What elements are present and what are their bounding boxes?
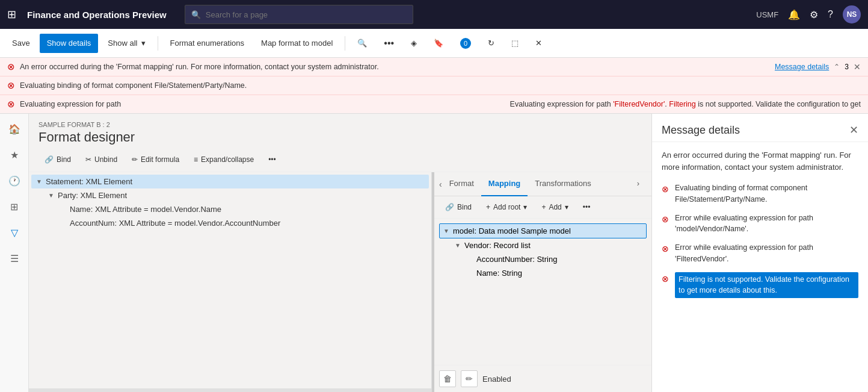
- error-close-button[interactable]: ✕: [854, 62, 861, 72]
- settings-icon[interactable]: ⚙: [810, 9, 818, 20]
- format-enumerations-button[interactable]: Format enumerations: [163, 34, 252, 53]
- show-all-button[interactable]: Show all ▾: [100, 34, 152, 53]
- msg-icon-1: ⊗: [662, 183, 669, 205]
- error-row-1: ⊗ An error occurred during the 'Format m…: [0, 58, 868, 76]
- bookmark-icon-button[interactable]: 🔖: [426, 34, 451, 53]
- message-details-link[interactable]: Message details: [775, 63, 829, 71]
- tree-node-name[interactable]: Name: XML Attribute = model.Vendor.Name: [55, 202, 429, 216]
- msg-item-1: ⊗ Evaluating binding of format component…: [662, 182, 858, 205]
- search-input[interactable]: [206, 10, 407, 19]
- content-row: 🏠 ★ 🕐 ⊞ ▽ ☰ SAMPLE FORMAT B : 2 Format d…: [0, 114, 868, 392]
- label-name: Name: XML Attribute = model.Vendor.Name: [70, 205, 221, 214]
- error-text-3: Evaluating expression for path: [20, 100, 481, 108]
- error-banner: ⊗ An error occurred during the 'Format m…: [0, 58, 868, 114]
- format-designer-layout: ▼ Statement: XML Element ▼ Party: XML El…: [29, 172, 651, 392]
- toggle-party: ▼: [48, 192, 58, 199]
- show-details-button[interactable]: Show details: [40, 34, 99, 53]
- msg-panel-body: An error occurred during the 'Format map…: [652, 142, 868, 392]
- status-label: Enabled: [482, 375, 511, 384]
- recent-icon[interactable]: 🕐: [4, 170, 25, 191]
- search-box[interactable]: 🔍: [185, 5, 413, 24]
- designer-toolbar: 🔗 Bind ✂ Unbind ✏ Edit formula ≡ Expand/…: [29, 148, 651, 172]
- format-tree-pane: ▼ Statement: XML Element ▼ Party: XML El…: [29, 172, 432, 392]
- filter-icon[interactable]: ▽: [6, 222, 23, 243]
- diamond-icon-button[interactable]: ◈: [404, 34, 424, 53]
- msg-panel-close-button[interactable]: ✕: [849, 123, 858, 137]
- expand-icon: ≡: [194, 155, 198, 164]
- tab-transformations[interactable]: Transformations: [528, 172, 598, 196]
- edit-formula-button[interactable]: ✏ Edit formula: [126, 151, 185, 168]
- msg-summary: An error occurred during the 'Format map…: [662, 149, 858, 173]
- tab-next-icon[interactable]: ›: [630, 172, 647, 196]
- right-pane-tabs: ‹ Format Mapping Transformations ›: [434, 172, 651, 196]
- edit-button[interactable]: ✏: [461, 370, 478, 387]
- msg-item-2: ⊗ Error while evaluating expression for …: [662, 213, 858, 235]
- save-button[interactable]: Save: [5, 34, 37, 53]
- tree-node-party[interactable]: ▼ Party: XML Element: [43, 188, 429, 202]
- toggle-model-root: ▼: [443, 228, 453, 234]
- close-toolbar-button[interactable]: ✕: [528, 34, 549, 53]
- designer-more-button[interactable]: •••: [262, 151, 282, 168]
- badge-button[interactable]: 0: [453, 34, 478, 53]
- more-options-button[interactable]: •••: [377, 34, 401, 53]
- label-accountnum: AccountNum: XML Attribute = model.Vendor…: [70, 219, 280, 228]
- msg-icon-3: ⊗: [662, 243, 669, 265]
- plus-icon-root: +: [486, 203, 490, 211]
- error-text-2: Evaluating binding of format component F…: [20, 81, 861, 90]
- model-node-accountnumber[interactable]: AccountNumber: String: [463, 252, 647, 266]
- mapping-toolbar: 🔗 Bind + Add root ▾ + Add ▾: [434, 196, 651, 219]
- msg-icon-4: ⊗: [662, 273, 669, 299]
- mapping-bind-button[interactable]: 🔗 Bind: [439, 199, 478, 216]
- map-format-to-model-button[interactable]: Map format to model: [254, 34, 340, 53]
- add-chevron: ▾: [565, 203, 568, 211]
- label-statement: Statement: XML Element: [46, 177, 132, 186]
- help-icon[interactable]: ?: [828, 9, 833, 20]
- add-button[interactable]: + Add ▾: [535, 199, 574, 216]
- tab-format[interactable]: Format: [442, 172, 481, 196]
- label-vendor: Vendor: Record list: [464, 241, 531, 250]
- msg-text-1: Evaluating binding of format component F…: [675, 182, 858, 205]
- designer-title: Format designer: [38, 129, 642, 145]
- msg-icon-2: ⊗: [662, 213, 669, 235]
- nav-right: USMF 🔔 ⚙ ? NS: [756, 5, 861, 23]
- bind-button[interactable]: 🔗 Bind: [38, 151, 77, 168]
- tree-node-accountnum[interactable]: AccountNum: XML Attribute = model.Vendor…: [55, 216, 429, 230]
- expand-collapse-button[interactable]: ≡ Expand/collapse: [188, 151, 260, 168]
- error-controls-1: Message details ⌃ 3 ✕: [775, 62, 861, 72]
- tab-mapping[interactable]: Mapping: [481, 172, 528, 196]
- grid-icon[interactable]: ⊞: [7, 8, 16, 21]
- open-button[interactable]: ⬚: [504, 34, 526, 53]
- workspaces-icon[interactable]: ⊞: [5, 196, 23, 217]
- mapping-pane: ‹ Format Mapping Transformations › 🔗 Bin…: [434, 172, 651, 392]
- home-icon[interactable]: 🏠: [4, 119, 25, 140]
- delete-button[interactable]: 🗑: [439, 370, 456, 387]
- user-avatar[interactable]: NS: [843, 5, 861, 23]
- unbind-button[interactable]: ✂ Unbind: [79, 151, 123, 168]
- refresh-button[interactable]: ↻: [481, 34, 502, 53]
- message-details-panel: Message details ✕ An error occurred duri…: [651, 114, 868, 392]
- toolbar-separator-1: [158, 36, 158, 51]
- search-toolbar-button[interactable]: 🔍: [350, 34, 374, 53]
- model-node-name-string[interactable]: Name: String: [463, 266, 647, 280]
- model-node-root[interactable]: ▼ model: Data model Sample model: [439, 223, 647, 238]
- msg-panel-title: Message details: [662, 124, 740, 137]
- error-extra-text: Evaluating expression for path 'Filtered…: [510, 100, 861, 108]
- favorites-icon[interactable]: ★: [5, 145, 23, 166]
- tree-node-statement[interactable]: ▼ Statement: XML Element: [31, 175, 429, 188]
- link-icon: 🔗: [45, 155, 54, 164]
- chevron-down-icon: ▾: [141, 39, 146, 48]
- v-resizer[interactable]: [29, 388, 431, 392]
- main-content: SAMPLE FORMAT B : 2 Format designer 🔗 Bi…: [29, 114, 651, 392]
- error-icon-2: ⊗: [7, 80, 15, 91]
- mapping-more-button[interactable]: •••: [577, 199, 597, 216]
- list-icon[interactable]: ☰: [5, 248, 23, 269]
- link-icon-mapping: 🔗: [445, 203, 454, 211]
- label-party: Party: XML Element: [58, 191, 127, 200]
- designer-subtitle: SAMPLE FORMAT B : 2: [38, 121, 642, 128]
- model-node-vendor[interactable]: ▼ Vendor: Record list: [451, 238, 647, 252]
- label-model-root: model: Data model Sample model: [453, 226, 571, 235]
- msg-text-2: Error while evaluating expression for pa…: [675, 213, 858, 235]
- bell-icon[interactable]: 🔔: [788, 9, 800, 20]
- label-accountnumber: AccountNumber: String: [476, 255, 557, 264]
- add-root-button[interactable]: + Add root ▾: [480, 199, 533, 216]
